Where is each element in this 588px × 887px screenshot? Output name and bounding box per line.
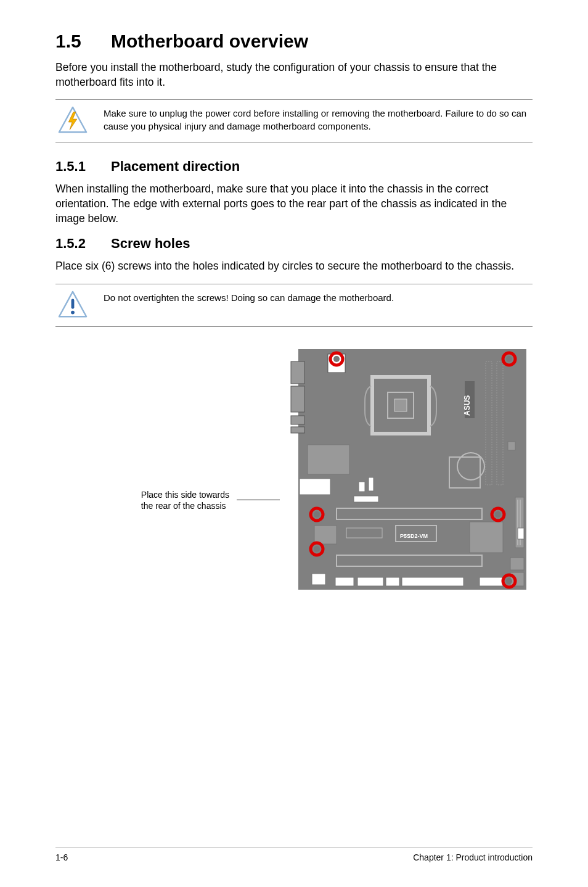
section-intro: Before you install the motherboard, stud… [55, 60, 533, 89]
subsection-1-number: 1.5.1 [55, 159, 111, 175]
svg-rect-41 [480, 577, 503, 586]
exclamation-caution-icon [58, 291, 88, 320]
svg-rect-9 [291, 427, 304, 433]
diagram-side-label-line1: Place this side towards [141, 490, 229, 500]
svg-point-52 [314, 511, 320, 518]
chapter-title: Chapter 1: Product introduction [413, 852, 533, 862]
warning-text: Make sure to unplug the power cord befor… [104, 106, 533, 133]
page-number: 1-6 [55, 852, 68, 862]
svg-rect-23 [369, 477, 374, 491]
svg-rect-31 [515, 497, 524, 548]
svg-rect-42 [510, 558, 524, 570]
svg-rect-21 [300, 479, 330, 495]
subsection-1-text: When installing the motherboard, make su… [55, 182, 533, 226]
svg-rect-17 [497, 361, 503, 485]
svg-rect-24 [354, 496, 378, 502]
svg-rect-35 [470, 522, 503, 553]
svg-rect-30 [508, 442, 515, 450]
svg-rect-15 [394, 399, 407, 411]
motherboard-diagram: Place this side towards the rear of the … [55, 343, 533, 596]
svg-point-54 [314, 546, 320, 552]
svg-rect-16 [486, 361, 492, 485]
diagram-side-label-line2: the rear of the chassis [141, 501, 226, 511]
svg-rect-34 [518, 528, 524, 539]
svg-rect-36 [312, 574, 325, 585]
svg-rect-27 [346, 528, 382, 538]
svg-text:ASUS: ASUS [463, 395, 472, 415]
svg-rect-20 [308, 445, 349, 474]
svg-rect-40 [402, 577, 463, 586]
svg-rect-6 [291, 361, 304, 384]
motherboard-svg: ASUS P5SD2-VM [280, 343, 533, 596]
svg-rect-39 [386, 577, 399, 586]
svg-rect-7 [291, 386, 304, 412]
svg-rect-8 [291, 416, 304, 424]
board-name-label: P5SD2-VM [400, 533, 428, 539]
subsection-2-number: 1.5.2 [55, 236, 111, 252]
section-title-text: Motherboard overview [111, 31, 308, 51]
svg-rect-29 [337, 555, 482, 566]
svg-point-50 [333, 356, 340, 362]
subsection-2-title: 1.5.2Screw holes [55, 236, 533, 252]
subsection-2-text: Place six (6) screws into the holes indi… [55, 259, 533, 274]
section-title: 1.5Motherboard overview [55, 31, 533, 52]
diagram-leader-line [237, 500, 280, 500]
svg-point-4 [71, 310, 75, 314]
page-footer: 1-6 Chapter 1: Product introduction [55, 848, 533, 862]
svg-point-51 [506, 356, 512, 362]
section-number: 1.5 [55, 31, 111, 52]
svg-rect-25 [337, 508, 482, 519]
caution-text: Do not overtighten the screws! Doing so … [104, 291, 394, 304]
subsection-2-title-text: Screw holes [111, 236, 190, 251]
svg-point-53 [495, 511, 501, 518]
warning-callout: Make sure to unplug the power cord befor… [55, 99, 533, 142]
svg-rect-3 [71, 299, 75, 308]
svg-rect-26 [314, 526, 337, 544]
caution-callout: Do not overtighten the screws! Doing so … [55, 284, 533, 327]
svg-point-55 [506, 578, 512, 584]
subsection-1-title: 1.5.1Placement direction [55, 159, 533, 175]
lightning-warning-icon [58, 106, 88, 136]
svg-rect-38 [357, 577, 383, 586]
svg-rect-18 [449, 457, 480, 488]
diagram-side-label: Place this side towards the rear of the … [141, 489, 229, 511]
subsection-1-title-text: Placement direction [111, 159, 240, 174]
svg-rect-37 [335, 577, 354, 586]
svg-rect-22 [359, 482, 365, 492]
svg-marker-1 [68, 112, 76, 130]
